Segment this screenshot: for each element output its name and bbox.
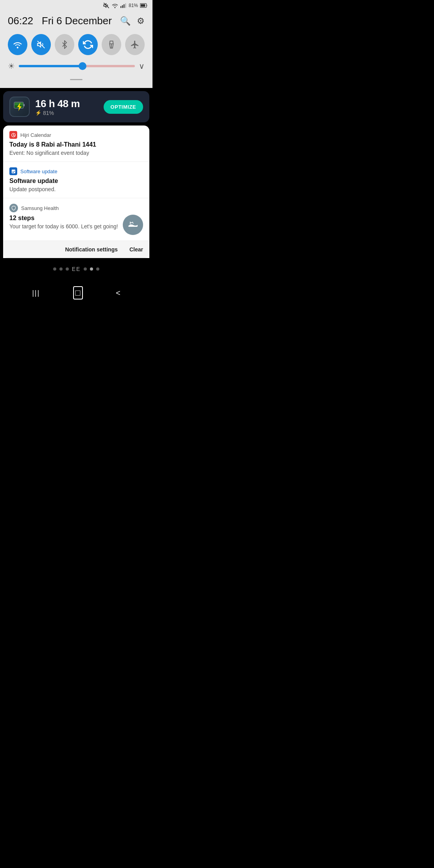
toggle-sync[interactable]	[78, 34, 98, 55]
datetime-action-icons: 🔍 ⚙	[120, 16, 145, 26]
home-dots: EE	[0, 266, 152, 272]
drag-handle	[8, 75, 145, 82]
datetime-text: 06:22 Fri 6 December	[8, 15, 112, 27]
dot-6	[96, 267, 99, 271]
battery-time: 16 h 48 m	[35, 98, 98, 110]
battery-percent-label: ⚡ 81%	[35, 110, 98, 116]
battery-percent: 81%	[129, 3, 138, 8]
battery-info: 16 h 48 m ⚡ 81%	[35, 98, 98, 116]
dot-4	[84, 267, 87, 271]
notif-hijri-body: Event: No significant event today	[9, 150, 143, 156]
wifi-icon	[111, 2, 118, 9]
notif-update-body: Update postponed.	[9, 186, 143, 192]
battery-icon	[140, 3, 148, 8]
home-area: EE	[0, 258, 152, 282]
notif-health-title: 12 steps	[9, 215, 119, 222]
quick-panel: 06:22 Fri 6 December 🔍 ⚙	[0, 11, 152, 88]
battery-app-icon	[9, 97, 30, 117]
signal-icon	[120, 3, 127, 8]
drag-line	[70, 79, 82, 80]
notif-update-icon	[9, 167, 17, 175]
notif-health-appname: Samsung Health	[21, 205, 59, 211]
search-icon[interactable]: 🔍	[120, 16, 131, 26]
notification-samsung-health[interactable]: Samsung Health 12 steps Your target for …	[3, 198, 149, 241]
datetime-row: 06:22 Fri 6 December 🔍 ⚙	[8, 15, 145, 27]
svg-rect-15	[11, 169, 15, 173]
quick-toggles	[8, 34, 145, 55]
notif-health-header: Samsung Health	[9, 204, 143, 212]
brightness-expand-icon[interactable]: ∨	[139, 61, 145, 71]
settings-icon[interactable]: ⚙	[137, 16, 145, 26]
optimize-button[interactable]: OPTIMIZE	[104, 100, 143, 114]
svg-rect-2	[122, 5, 123, 8]
back-button[interactable]: <	[116, 289, 120, 298]
nav-bar: ||| □ <	[0, 282, 152, 305]
dot-2	[59, 267, 63, 271]
status-icons: 81%	[103, 2, 148, 9]
brightness-slider[interactable]	[19, 65, 135, 67]
svg-rect-3	[124, 4, 124, 8]
notif-health-text: 12 steps Your target for today is 6000. …	[9, 215, 119, 230]
notif-update-appname: Software update	[20, 169, 57, 174]
toggle-flashlight[interactable]	[102, 34, 121, 55]
toggle-bluetooth[interactable]	[55, 34, 74, 55]
notif-hijri-title: Today is 8 Rabi al-Thani 1441	[9, 141, 143, 148]
status-bar: 81%	[0, 0, 152, 11]
notif-hijri-appname: Hijri Calendar	[20, 132, 51, 138]
svg-rect-1	[120, 6, 121, 8]
home-ee-label: EE	[72, 266, 81, 272]
toggle-sound[interactable]	[31, 34, 51, 55]
svg-rect-4	[125, 3, 126, 8]
battery-card: 16 h 48 m ⚡ 81% OPTIMIZE	[3, 91, 149, 122]
notif-health-content-row: 12 steps Your target for today is 6000. …	[9, 215, 143, 235]
dot-3	[66, 267, 69, 271]
brightness-row: ☀ ∨	[8, 61, 145, 71]
dot-1	[53, 267, 56, 271]
brightness-icon: ☀	[8, 61, 15, 71]
notification-settings-button[interactable]: Notification settings	[65, 246, 118, 253]
notif-update-title: Software update	[9, 178, 143, 185]
dot-5	[90, 267, 93, 271]
notif-health-body: Your target for today is 6000. Let's get…	[9, 223, 119, 230]
notif-hijri-header: Hijri Calendar	[9, 131, 143, 139]
notification-hijri[interactable]: Hijri Calendar Today is 8 Rabi al-Thani …	[3, 126, 149, 162]
svg-rect-10	[23, 104, 25, 106]
toggle-wifi[interactable]	[8, 34, 27, 55]
notif-hijri-icon	[9, 131, 17, 139]
notif-health-icon	[9, 204, 18, 212]
mute-icon	[103, 2, 109, 9]
clear-notifications-button[interactable]: Clear	[129, 246, 143, 253]
recent-apps-button[interactable]: |||	[32, 289, 40, 297]
notif-health-thumbnail	[123, 215, 143, 235]
notification-software-update[interactable]: Software update Software update Update p…	[3, 162, 149, 198]
notif-update-header: Software update	[9, 167, 143, 175]
toggle-airplane[interactable]	[125, 34, 145, 55]
home-button[interactable]: □	[73, 286, 83, 299]
lightning-icon: ⚡	[35, 110, 41, 116]
clock-date: Fri 6 December	[42, 15, 112, 27]
notifications-area: Hijri Calendar Today is 8 Rabi al-Thani …	[3, 126, 149, 258]
brightness-thumb[interactable]	[79, 62, 86, 70]
clock-time: 06:22	[8, 15, 33, 27]
svg-rect-6	[141, 4, 145, 7]
notif-settings-row: Notification settings Clear	[3, 241, 149, 258]
